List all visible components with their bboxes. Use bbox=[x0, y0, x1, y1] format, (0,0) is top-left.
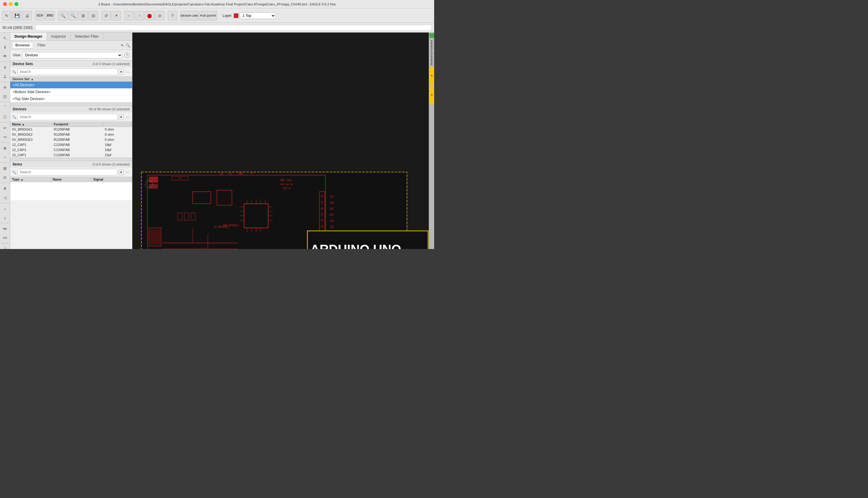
device-set-item-top[interactable]: <Top Side Devices> bbox=[10, 95, 132, 103]
view-help-btn[interactable]: ? bbox=[124, 52, 130, 58]
device-sets-search-input[interactable] bbox=[17, 68, 118, 75]
redo-tool[interactable]: ↪ bbox=[1, 133, 9, 141]
maximize-button[interactable] bbox=[14, 2, 18, 6]
layer-dropdown[interactable]: 1 Top bbox=[240, 12, 276, 19]
polygon-tool[interactable]: ⬡ bbox=[1, 113, 9, 121]
back-button[interactable]: ← bbox=[124, 11, 134, 21]
help-button[interactable]: ? bbox=[168, 11, 177, 21]
svg-text:A2: A2 bbox=[330, 225, 334, 228]
select-tool[interactable]: ↖ bbox=[1, 34, 9, 42]
brd-button[interactable]: BRD bbox=[45, 11, 55, 21]
zoom-area-tool[interactable]: ⊕ bbox=[1, 144, 9, 152]
device-val-3: 18pf bbox=[103, 142, 132, 147]
devices-header: Devices 96 of 96 shown (0 selected) bbox=[10, 106, 132, 113]
items-col-name: Name bbox=[51, 177, 92, 182]
device-set-column-header: Device Set bbox=[13, 77, 29, 81]
filter-tab[interactable]: Filter bbox=[34, 42, 49, 48]
pcb-canvas-area[interactable]: A7 A6 A5 A4 A3 A2 A1 A0 D3 D1 D4 D2 D0 D… bbox=[132, 32, 434, 249]
fusion-btn-2[interactable]: F bbox=[429, 86, 434, 104]
grid-tool[interactable]: # bbox=[1, 63, 9, 71]
device-row-2[interactable]: 5V_BRIDGE3 R1206FAB 0 ohm bbox=[10, 137, 132, 142]
pad-tool[interactable]: ⊞ bbox=[1, 164, 9, 172]
manufacturing-label: MANUFACTURING bbox=[430, 39, 433, 66]
device-row-4[interactable]: 12_CAP2 C1206FAB 18pf bbox=[10, 147, 132, 153]
minimize-button[interactable] bbox=[9, 2, 13, 6]
device-sets-scrollbar[interactable] bbox=[10, 103, 132, 105]
fusion-btn-1[interactable]: F bbox=[429, 67, 434, 85]
zoom-out-button[interactable]: 🔍 bbox=[58, 11, 67, 21]
move-tool[interactable]: ✛ bbox=[1, 83, 9, 92]
zoom-in-button[interactable]: 🔍 bbox=[68, 11, 78, 21]
browser-tab[interactable]: Browser bbox=[12, 42, 33, 49]
device-row-1[interactable]: 5V_BRIDGE2 R1206FAB 0 ohm bbox=[10, 132, 132, 137]
devices-scrollbar[interactable] bbox=[10, 158, 132, 161]
titlebar: 2 Board - /Users/ahmedibrahim/Documents/… bbox=[0, 0, 434, 9]
browser-filter-row: Browser Filter ↖ 🔍 bbox=[10, 41, 132, 50]
route-tool[interactable]: ~ bbox=[1, 153, 9, 161]
design-link-button[interactable]: DESIGN LINK bbox=[180, 11, 198, 21]
new-button[interactable]: ✎ bbox=[2, 11, 11, 21]
print-button[interactable]: 🖨 bbox=[22, 11, 32, 21]
device-row-3[interactable]: 12_CAP1 C1206FAB 18pf bbox=[10, 142, 132, 147]
device-sets-header: Device Sets 3 of 3 shown (1 selected) bbox=[10, 61, 132, 67]
sch-button[interactable]: SCH bbox=[35, 11, 44, 21]
ground-tool[interactable]: ⏚ bbox=[1, 213, 9, 222]
panel-cursor-btn[interactable]: ↖ bbox=[121, 43, 124, 48]
svg-text:A4: A4 bbox=[330, 213, 334, 217]
forward-button[interactable]: → bbox=[134, 11, 144, 21]
items-list bbox=[10, 182, 132, 200]
devices-search-dropdown[interactable]: ▾ bbox=[119, 114, 123, 120]
device-val-0: 0 ohm bbox=[103, 127, 132, 132]
tab-selection-filter[interactable]: Selection Filter bbox=[70, 32, 103, 40]
pcb-quote-button[interactable]: PCB QUOTE bbox=[199, 11, 217, 21]
command-input[interactable] bbox=[35, 25, 432, 31]
pause-button[interactable]: ⊙ bbox=[155, 11, 165, 21]
view-label: View bbox=[13, 53, 21, 57]
via-tool[interactable]: ⊙ bbox=[1, 173, 9, 182]
tab-design-manager[interactable]: Design Manager bbox=[10, 32, 47, 40]
save-button[interactable]: 💾 bbox=[12, 11, 22, 21]
green-indicator bbox=[429, 33, 434, 38]
items-search-input[interactable] bbox=[17, 169, 118, 175]
text-tool[interactable]: A bbox=[1, 184, 9, 193]
device-sets-section: Device Sets 3 of 3 shown (1 selected) 🔍 … bbox=[10, 61, 132, 106]
device-name-4: 12_CAP2 bbox=[10, 147, 52, 152]
items-search-dropdown[interactable]: ▾ bbox=[119, 169, 123, 175]
devices-search-input[interactable] bbox=[17, 114, 118, 120]
drc-button[interactable]: ✕ bbox=[111, 11, 121, 21]
traffic-lights bbox=[3, 2, 18, 6]
panel-search-btn[interactable]: 🔍 bbox=[126, 43, 130, 48]
undo-tool[interactable]: ↩ bbox=[1, 123, 9, 132]
device-row-5[interactable]: 15_CAP1 C1206FAB 22pf bbox=[10, 153, 132, 158]
device-set-item-all[interactable]: <All Devices> bbox=[10, 82, 132, 89]
svg-text:RST-R: RST-R bbox=[284, 187, 291, 190]
close-button[interactable] bbox=[3, 2, 7, 6]
devices-list: 5V_BRIDGE1 R1206FAB 0 ohm 5V_BRIDGE2 R12… bbox=[10, 127, 132, 158]
r2-label: R2 bbox=[1, 225, 9, 233]
eye-tool[interactable]: 👁 bbox=[1, 52, 9, 60]
dim-tool[interactable]: ◁ bbox=[1, 193, 9, 202]
lock-tool[interactable]: 🔒 bbox=[1, 245, 9, 249]
wire-tool[interactable]: ⌒ bbox=[1, 103, 9, 112]
items-more-btn[interactable]: ··· bbox=[125, 170, 130, 174]
copy-tool[interactable]: ⊡ bbox=[1, 92, 9, 101]
refresh-button[interactable]: ↺ bbox=[101, 11, 111, 21]
device-set-item-bottom[interactable]: <Bottom Side Devices> bbox=[10, 89, 132, 95]
device-sets-search-dropdown[interactable]: ▾ bbox=[119, 69, 123, 75]
items-search-icon: 🔍 bbox=[12, 170, 16, 174]
manufacturing-sidebar: MANUFACTURING F F bbox=[429, 32, 434, 249]
zoom-selection-button[interactable]: ⊟ bbox=[89, 11, 98, 21]
device-name-2: 5V_BRIDGE3 bbox=[10, 137, 52, 142]
device-row-0[interactable]: 5V_BRIDGE1 R1206FAB 0 ohm bbox=[10, 127, 132, 132]
stop-button[interactable]: ⬤ bbox=[145, 11, 154, 21]
devices-more-btn[interactable]: ··· bbox=[125, 115, 130, 119]
tab-inspector[interactable]: Inspector bbox=[47, 32, 70, 40]
device-val-2: 0 ohm bbox=[103, 137, 132, 142]
device-sets-more-btn[interactable]: ··· bbox=[125, 69, 130, 74]
angle-tool[interactable]: ∠ bbox=[1, 72, 9, 80]
zoom-fit-button[interactable]: ⊞ bbox=[78, 11, 88, 21]
view-dropdown[interactable]: Devices bbox=[22, 52, 122, 58]
info-tool[interactable]: ℹ bbox=[1, 43, 9, 51]
items-count: 0 of 0 shown (0 selected) bbox=[93, 162, 130, 166]
node-tool[interactable]: ⬦ bbox=[1, 205, 9, 213]
